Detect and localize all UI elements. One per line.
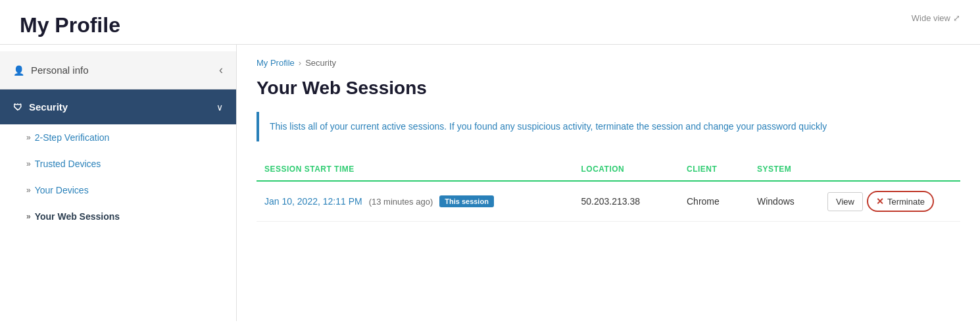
content-title: Your Web Sessions [257, 78, 960, 99]
wide-view-link[interactable]: Wide view [912, 13, 960, 23]
breadcrumb-security: Security [305, 58, 336, 68]
session-system: Windows [749, 181, 820, 222]
sidebar-item-security[interactable]: Security [0, 89, 236, 124]
arrow-icon [26, 186, 31, 195]
session-ago-text: (13 minutes ago) [369, 197, 433, 207]
col-header-location: LOCATION [574, 158, 679, 181]
sidebar-sub-item-web-sessions[interactable]: Your Web Sessions [0, 203, 236, 230]
session-time-cell: Jan 10, 2022, 12:11 PM (13 minutes ago) … [257, 181, 574, 222]
breadcrumb-my-profile[interactable]: My Profile [257, 58, 295, 68]
page-title: My Profile [20, 13, 120, 38]
breadcrumb-separator: › [299, 58, 301, 68]
breadcrumb: My Profile › Security [257, 58, 960, 68]
arrow-icon [26, 159, 31, 168]
sidebar-sub-item-your-devices[interactable]: Your Devices [0, 177, 236, 203]
sidebar-sub-item-trusted-devices[interactable]: Trusted Devices [0, 151, 236, 177]
chevron-down-icon [216, 102, 223, 113]
col-header-client: CLIENT [679, 158, 749, 181]
terminate-x-icon: ✕ [876, 196, 884, 207]
page-header: My Profile Wide view [0, 0, 980, 45]
content-area: My Profile › Security Your Web Sessions … [237, 45, 980, 321]
action-buttons: View ✕ Terminate [827, 191, 952, 212]
security-label: Security [29, 101, 68, 113]
view-button[interactable]: View [827, 192, 863, 211]
expand-icon [953, 13, 960, 23]
col-header-session-time: SESSION START TIME [257, 158, 574, 181]
wide-view-label: Wide view [912, 13, 950, 23]
sidebar-item-personal-info[interactable]: Personal info [0, 51, 236, 89]
session-location: 50.203.213.38 [574, 181, 679, 222]
arrow-icon [26, 133, 31, 142]
table-header-row: SESSION START TIME LOCATION CLIENT SYSTE… [257, 158, 960, 181]
table-row: Jan 10, 2022, 12:11 PM (13 minutes ago) … [257, 181, 960, 222]
session-client: Chrome [679, 181, 749, 222]
session-actions: View ✕ Terminate [820, 181, 960, 222]
sessions-table: SESSION START TIME LOCATION CLIENT SYSTE… [257, 158, 960, 222]
sidebar: Personal info Security 2-Step Verificati… [0, 45, 237, 321]
terminate-label: Terminate [887, 197, 925, 207]
terminate-button[interactable]: ✕ Terminate [867, 191, 934, 212]
trusted-devices-label: Trusted Devices [35, 159, 101, 169]
sidebar-sub-item-2step[interactable]: 2-Step Verification [0, 124, 236, 151]
web-sessions-label: Your Web Sessions [35, 211, 120, 222]
col-header-system: SYSTEM [749, 158, 820, 181]
person-icon [13, 64, 24, 76]
info-box: This lists all of your current active se… [257, 112, 960, 141]
2step-label: 2-Step Verification [35, 132, 110, 143]
your-devices-label: Your Devices [35, 185, 89, 195]
session-time-container: Jan 10, 2022, 12:11 PM (13 minutes ago) … [264, 195, 566, 207]
col-header-actions [820, 158, 960, 181]
personal-info-label: Personal info [31, 64, 89, 76]
chevron-left-icon [219, 63, 223, 77]
arrow-icon [26, 212, 31, 221]
this-session-badge: This session [439, 195, 494, 207]
session-time-text: Jan 10, 2022, 12:11 PM [264, 196, 362, 207]
shield-icon [13, 101, 22, 113]
main-content: Personal info Security 2-Step Verificati… [0, 45, 980, 321]
info-text: This lists all of your current active se… [270, 121, 827, 132]
